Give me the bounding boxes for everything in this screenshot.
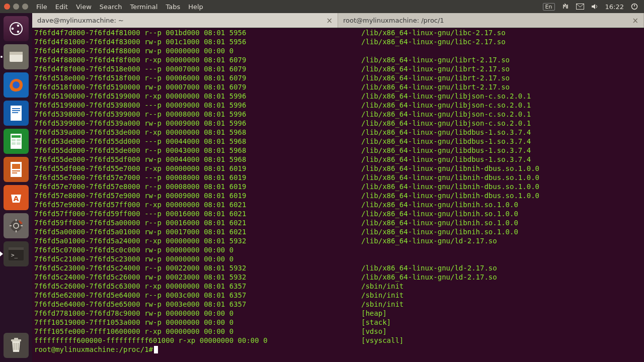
launcher-terminal[interactable]: >_	[4, 241, 29, 266]
menu-search[interactable]: Search	[96, 3, 126, 11]
svg-rect-13	[12, 112, 18, 113]
menu-items: File Edit View Search Terminal Tabs Help	[32, 3, 207, 11]
terminal-tab-1[interactable]: dave@mylinuxmachine: ~ ×	[32, 13, 338, 28]
terminal-line: 7f6fd5e64000-7f6fd5e65000 rw-p 0003e000 …	[34, 300, 642, 309]
launcher-settings[interactable]	[4, 213, 29, 238]
menu-edit[interactable]: Edit	[51, 3, 72, 11]
launcher-firefox[interactable]	[4, 72, 29, 98]
launcher-calc[interactable]	[4, 129, 29, 154]
terminal-line: 7f6fd5a00000-7f6fd5a01000 rw-p 00017000 …	[34, 227, 642, 236]
terminal-line: 7f6fd5c07000-7f6fd5c0c000 rw-p 00000000 …	[34, 245, 642, 254]
clock[interactable]: 16:22	[605, 3, 624, 11]
svg-rect-7	[10, 52, 23, 55]
svg-rect-35	[14, 338, 18, 340]
terminal-line: 7f6fd5c24000-7f6fd5c26000 rw-p 00023000 …	[34, 273, 642, 282]
terminal-line: 7f6fd7781000-7f6fd78c9000 rw-p 00000000 …	[34, 309, 642, 318]
terminal-line: 7fff105fe000-7fff10600000 r-xp 00000000 …	[34, 327, 642, 336]
keyboard-indicator[interactable]: En	[543, 3, 555, 11]
window-controls	[0, 4, 32, 10]
terminal-tab-2[interactable]: root@mylinuxmachine: /proc/1 ×	[338, 13, 644, 28]
terminal-line: 7f6fd55df000-7f6fd55e7000 r-xp 00000000 …	[34, 164, 642, 173]
terminal-window: dave@mylinuxmachine: ~ × root@mylinuxmac…	[32, 13, 644, 362]
svg-rect-15	[12, 135, 21, 138]
svg-rect-37	[16, 343, 17, 350]
launcher-writer[interactable]	[4, 101, 29, 126]
launcher-dash[interactable]	[4, 16, 29, 41]
tab-title: dave@mylinuxmachine: ~	[37, 17, 124, 24]
terminal-line: 7f6fd55de000-7f6fd55df000 rw-p 00044000 …	[34, 155, 642, 164]
svg-rect-12	[12, 110, 20, 111]
terminal-line: 7f6fd518f000-7f6fd5190000 rw-p 00007000 …	[34, 82, 642, 92]
terminal-line: 7f6fd5e62000-7f6fd5e64000 r--p 0003c000 …	[34, 291, 642, 300]
svg-point-9	[13, 81, 20, 88]
launcher-files[interactable]	[4, 44, 29, 69]
launcher-impress[interactable]	[4, 157, 29, 182]
terminal-line: 7f6fd5c26000-7f6fd5c63000 r-xp 00000000 …	[34, 282, 642, 291]
terminal-prompt-line[interactable]: root@mylinuxmachine:/proc/1#	[34, 345, 642, 354]
terminal-line: 7f6fd4f8f000-7f6fd518e000 ---p 00007000 …	[34, 64, 642, 73]
window-maximize-button[interactable]	[22, 4, 28, 10]
session-icon[interactable]	[631, 3, 638, 10]
svg-point-3	[12, 28, 14, 30]
terminal-line: 7f6fd53de000-7f6fd55dd000 ---p 00044000 …	[34, 137, 642, 146]
terminal-line: 7f6fd5c23000-7f6fd5c24000 r--p 00022000 …	[34, 263, 642, 273]
tab-close-icon[interactable]: ×	[326, 16, 333, 25]
prompt-text: root@mylinuxmachine:/proc/1#	[34, 345, 153, 353]
terminal-line: 7f6fd5a01000-7f6fd5a24000 r-xp 00000000 …	[34, 236, 642, 245]
menu-tabs[interactable]: Tabs	[162, 3, 184, 11]
terminal-line: ffffffffff600000-ffffffffff601000 r-xp 0…	[34, 336, 642, 345]
menu-file[interactable]: File	[32, 3, 51, 11]
sound-icon[interactable]	[591, 3, 598, 10]
terminal-line: 7f6fd5199000-7f6fd5398000 ---p 00009000 …	[34, 101, 642, 110]
menu-view[interactable]: View	[72, 3, 96, 11]
terminal-line: 7f6fd59ff000-7f6fd5a00000 r--p 00016000 …	[34, 218, 642, 227]
svg-rect-22	[12, 170, 20, 171]
indicator-area: En 16:22	[543, 3, 644, 11]
tab-close-icon[interactable]: ×	[632, 16, 638, 25]
terminal-line: 7f6fd539a000-7f6fd53de000 r-xp 00000000 …	[34, 128, 642, 137]
svg-text:A: A	[14, 195, 19, 203]
window-minimize-button[interactable]	[13, 4, 19, 10]
terminal-line: 7f6fd57e7000-7f6fd57e8000 r--p 00008000 …	[34, 182, 642, 191]
svg-point-4	[17, 25, 20, 27]
svg-rect-21	[12, 164, 20, 169]
svg-rect-38	[18, 343, 19, 350]
window-close-button[interactable]	[4, 4, 10, 10]
terminal-line: 7f6fd5190000-7f6fd5199000 r-xp 00000000 …	[34, 92, 642, 101]
terminal-line: 7f6fd5398000-7f6fd5399000 r--p 00008000 …	[34, 110, 642, 119]
network-icon[interactable]	[562, 3, 569, 10]
terminal-line: 7f6fd55e7000-7f6fd57e7000 ---p 00008000 …	[34, 173, 642, 182]
svg-rect-36	[14, 343, 15, 350]
terminal-line: 7fff10519000-7fff1053a000 rw-p 00000000 …	[34, 318, 642, 327]
terminal-line: 7f6fd4f83000-7f6fd4f88000 rw-p 00000000 …	[34, 46, 642, 55]
tab-title: root@mylinuxmachine: /proc/1	[343, 17, 444, 24]
svg-text:>_: >_	[11, 252, 18, 258]
menu-help[interactable]: Help	[184, 3, 207, 11]
terminal-line: 7f6fd4f81000-7f6fd4f83000 rw-p 001c1000 …	[34, 37, 642, 46]
terminal-line: 7f6fd518e000-7f6fd518f000 r--p 00006000 …	[34, 73, 642, 82]
terminal-output[interactable]: 7f6fd4f7d000-7f6fd4f81000 r--p 001bd000 …	[32, 28, 644, 362]
cursor	[154, 346, 158, 353]
svg-rect-32	[9, 247, 24, 250]
svg-rect-18	[12, 142, 16, 145]
svg-rect-19	[17, 142, 21, 145]
launcher-trash[interactable]	[4, 333, 29, 358]
svg-rect-11	[12, 108, 20, 109]
menu-terminal[interactable]: Terminal	[126, 3, 162, 11]
terminal-line: 7f6fd5399000-7f6fd539a000 rw-p 00009000 …	[34, 119, 642, 128]
terminal-line: 7f6fd5c21000-7f6fd5c23000 rw-p 00000000 …	[34, 254, 642, 263]
terminal-line: 7f6fd57ff000-7f6fd59ff000 ---p 00016000 …	[34, 209, 642, 218]
terminal-line: 7f6fd55dd000-7f6fd55de000 r--p 00043000 …	[34, 146, 642, 155]
svg-rect-17	[17, 139, 21, 141]
svg-rect-23	[12, 172, 17, 173]
terminal-line: 7f6fd4f7d000-7f6fd4f81000 r--p 001bd000 …	[34, 28, 642, 37]
svg-rect-16	[12, 139, 16, 141]
mail-icon[interactable]	[576, 4, 584, 10]
terminal-line: 7f6fd57e9000-7f6fd57ff000 r-xp 00000000 …	[34, 200, 642, 209]
svg-point-5	[17, 31, 20, 33]
launcher-software-center[interactable]: A	[4, 185, 29, 210]
terminal-line: 7f6fd57e8000-7f6fd57e9000 rw-p 00009000 …	[34, 191, 642, 200]
unity-launcher: A >_	[0, 13, 32, 362]
terminal-tabbar: dave@mylinuxmachine: ~ × root@mylinuxmac…	[32, 13, 644, 28]
top-menubar: File Edit View Search Terminal Tabs Help…	[0, 0, 644, 13]
